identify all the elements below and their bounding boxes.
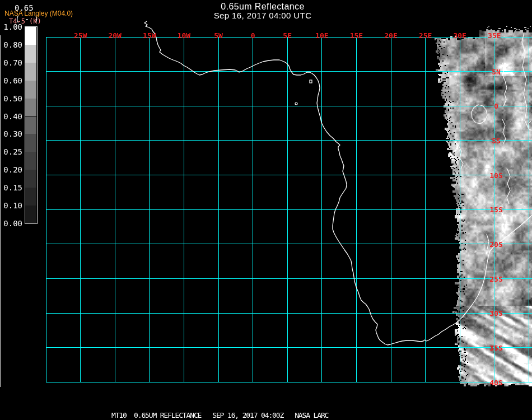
lon-label: 5E [283, 31, 292, 40]
colorbar: 1.000.800.700.600.500.400.300.250.200.15… [0, 0, 45, 235]
colorbar-segment [25, 27, 36, 45]
colorbar-tick-label: 0.60 [0, 76, 22, 85]
colorbar-segment [25, 81, 36, 99]
lon-label: 20E [384, 31, 397, 40]
colorbar-tick-label: 0.70 [0, 58, 22, 67]
image-subtitle: Sep 16, 2017 04:00 UTC [214, 11, 312, 20]
lat-label: 5S [492, 136, 501, 144]
lat-label: 30S [489, 309, 502, 318]
lat-label: 25S [489, 274, 502, 283]
footer-caption: MT10 0.65UM REFLECTANCE SEP 16, 2017 04:… [111, 411, 328, 419]
colorbar-tick-label: 0.15 [0, 183, 22, 192]
colorbar-tick-label: 1.00 [0, 22, 22, 31]
colorbar-tick-label: 0.40 [0, 112, 22, 121]
lat-label: 15S [489, 206, 502, 214]
lat-label: 35S [489, 343, 502, 352]
lat-label: 0 [494, 102, 498, 110]
lon-label: 0 [251, 31, 255, 40]
colorbar-tick-label: 0.50 [0, 94, 22, 103]
lon-label: 15E [350, 31, 363, 40]
lat-label: 10S [489, 171, 502, 179]
geo-label-layer: 25W20W15W10W5W05E10E15E20E25E30E35E5N05S… [0, 0, 532, 420]
lon-label: 5W [214, 31, 223, 40]
lat-label: 20S [489, 240, 502, 248]
lon-label: 30E [453, 31, 466, 40]
lon-label: 15W [143, 31, 156, 40]
lon-label: 10W [178, 31, 190, 40]
lon-label: 25W [74, 31, 87, 40]
colorbar-segment [25, 116, 36, 134]
lon-label: 35E [488, 31, 501, 40]
colorbar-tick-label: 0.20 [0, 165, 22, 174]
colorbar-segment [25, 188, 36, 206]
swath-edge-sliver [0, 35, 1, 387]
colorbar-segment [25, 152, 36, 170]
colorbar-tick-label: 0.00 [0, 219, 22, 228]
lon-label: 25E [419, 31, 432, 40]
lat-label: 5N [492, 67, 501, 76]
lon-label: 10E [315, 31, 328, 40]
colorbar-segment [25, 63, 36, 81]
colorbar-tick-label: 0.10 [0, 201, 22, 210]
colorbar-segment [25, 206, 36, 223]
colorbar-segment [25, 45, 36, 63]
colorbar-tick-label: 0.25 [0, 147, 22, 156]
satellite-image-viewer: 25W20W15W10W5W05E10E15E20E25E30E35E5N05S… [0, 0, 532, 420]
lon-label: 20W [108, 31, 121, 40]
colorbar-segment [25, 134, 36, 152]
colorbar-segment [25, 170, 36, 188]
lat-label: 40S [489, 378, 502, 386]
colorbar-tick-label: 0.30 [0, 129, 22, 138]
colorbar-segment [25, 99, 36, 116]
colorbar-tick-label: 0.80 [0, 40, 22, 49]
